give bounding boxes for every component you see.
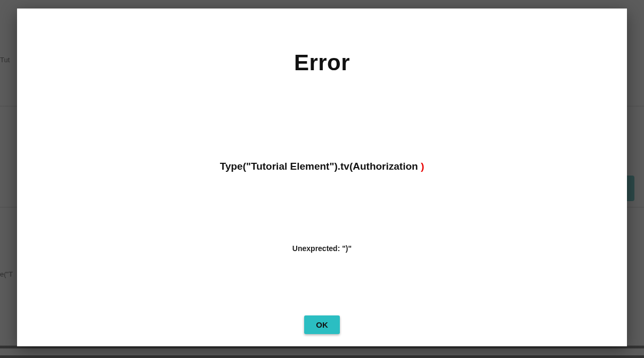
error-message: Unexprected: ")"	[292, 244, 352, 253]
expression-error-token: )	[421, 161, 424, 172]
error-dialog: Error Type("Tutorial Element").tv(Author…	[17, 9, 627, 346]
dialog-title: Error	[294, 50, 350, 76]
expression-text: Type("Tutorial Element").tv(Authorizatio…	[220, 161, 421, 172]
error-expression: Type("Tutorial Element").tv(Authorizatio…	[220, 161, 425, 172]
ok-button[interactable]: OK	[304, 315, 340, 334]
